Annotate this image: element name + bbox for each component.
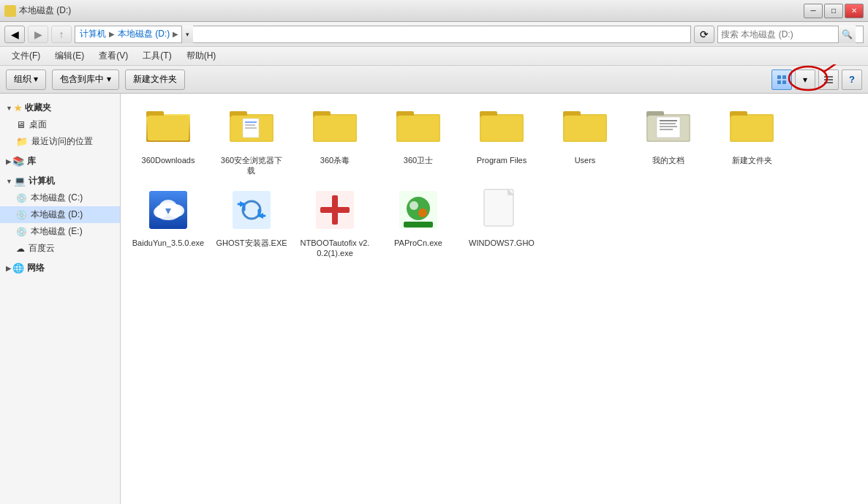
close-button[interactable]: ✕ [845, 4, 864, 18]
up-button[interactable]: ↑ [51, 26, 72, 43]
computer-label: 计算机 [29, 175, 55, 187]
drive-c-label: 本地磁盘 (C:) [31, 192, 83, 204]
sidebar-desktop-label: 桌面 [29, 119, 47, 131]
sidebar-item-recent[interactable]: 📁 最近访问的位置 [0, 133, 120, 150]
file-label-program-files: Program Files [477, 155, 527, 165]
file-item-360av[interactable]: 360杀毒 [295, 101, 375, 181]
menu-view[interactable]: 查看(V) [93, 48, 134, 64]
title-bar-buttons: ─ □ ✕ [804, 4, 864, 18]
star-icon: ★ [14, 103, 22, 113]
file-item-360downloads[interactable]: 360Downloads [128, 101, 208, 181]
svg-rect-3 [11, 12, 14, 15]
favorites-label: 收藏夹 [25, 102, 51, 114]
desktop-icon: 🖥 [16, 119, 26, 130]
file-item-program-files[interactable]: Program Files [461, 101, 542, 181]
exe-icon-ghost [228, 188, 275, 235]
sidebar-recent-label: 最近访问的位置 [31, 135, 93, 148]
exe-icon-baiduyun [145, 188, 192, 235]
sidebar-favorites-header[interactable]: ▼ ★ 收藏夹 [0, 99, 120, 116]
network-icon: 🌐 [12, 263, 24, 274]
toolbar: 组织 ▾ 包含到库中 ▾ 新建文件夹 ▾ ? [0, 66, 868, 94]
search-button[interactable]: 🔍 [838, 26, 856, 43]
folder-icon-mydocs [645, 105, 692, 152]
file-item-papro[interactable]: PAProCn.exe [378, 184, 458, 263]
svg-rect-7 [777, 80, 781, 84]
organize-button[interactable]: 组织 ▾ [6, 69, 46, 90]
svg-rect-41 [660, 126, 677, 127]
computer-icon: 💻 [14, 176, 26, 187]
library-button[interactable]: 包含到库中 ▾ [52, 69, 118, 90]
view-medium-icons-button[interactable] [771, 69, 792, 90]
svg-rect-45 [731, 116, 772, 140]
path-dropdown[interactable]: ▾ [181, 26, 193, 43]
file-item-360ws[interactable]: 360卫士 [378, 101, 458, 181]
file-item-ghost[interactable]: GHOST安装器.EXE [211, 184, 292, 263]
address-path[interactable]: 计算机 ▶ 本地磁盘 (D:) ▶ ▾ [75, 26, 691, 43]
sidebar-drive-c[interactable]: 💿 本地磁盘 (C:) [0, 189, 120, 206]
svg-rect-34 [565, 116, 605, 140]
sidebar-library-header[interactable]: ▶ 📚 库 [0, 153, 120, 170]
svg-rect-28 [398, 116, 439, 140]
file-item-win7gho[interactable]: WINDOWS7.GHO [461, 184, 542, 263]
svg-rect-53 [233, 191, 271, 229]
favorites-collapse-icon: ▼ [6, 105, 12, 112]
refresh-button[interactable]: ⟳ [694, 26, 714, 43]
folder-icon-360browser [228, 105, 275, 152]
sidebar-network-header[interactable]: ▶ 🌐 网络 [0, 260, 120, 277]
sidebar-drive-d[interactable]: 💿 本地磁盘 (D:) [0, 206, 120, 223]
network-label: 网络 [27, 262, 45, 274]
file-icon-win7gho [478, 188, 525, 235]
folder-icon-360ws [395, 105, 442, 152]
view-details-button[interactable] [818, 69, 839, 90]
network-collapse-icon: ▶ [6, 265, 11, 272]
svg-point-60 [407, 197, 430, 220]
sidebar-item-desktop[interactable]: 🖥 桌面 [0, 116, 120, 133]
file-item-baiduyun[interactable]: BaiduYun_3.5.0.exe [128, 184, 208, 263]
sidebar-computer-header[interactable]: ▼ 💻 计算机 [0, 173, 120, 189]
menu-file[interactable]: 文件(F) [6, 48, 46, 64]
svg-point-61 [410, 201, 418, 210]
help-button[interactable]: ? [842, 69, 862, 90]
svg-rect-58 [320, 207, 350, 213]
title-bar: 本地磁盘 (D:) ─ □ ✕ [0, 0, 868, 22]
sidebar-computer-section: ▼ 💻 计算机 💿 本地磁盘 (C:) 💿 本地磁盘 (D:) 💿 本地磁盘 (… [0, 173, 120, 257]
menu-help[interactable]: 帮助(H) [181, 48, 222, 64]
sidebar-network-section: ▶ 🌐 网络 [0, 260, 120, 277]
sidebar-library-section: ▶ 📚 库 [0, 153, 120, 170]
drive-e-icon: 💿 [16, 227, 27, 237]
file-item-new-folder[interactable]: 新建文件夹 [712, 101, 792, 181]
svg-rect-21 [245, 124, 255, 126]
sidebar-drive-e[interactable]: 💿 本地磁盘 (E:) [0, 223, 120, 240]
path-computer[interactable]: 计算机 [80, 28, 106, 40]
back-button[interactable]: ◀ [4, 26, 25, 43]
menu-tools[interactable]: 工具(T) [137, 48, 177, 64]
svg-rect-6 [782, 75, 786, 79]
sidebar-baidu-cloud[interactable]: ☁ 百度云 [0, 240, 120, 257]
minimize-button[interactable]: ─ [804, 4, 823, 18]
menu-edit[interactable]: 编辑(E) [49, 48, 90, 64]
maximize-button[interactable]: □ [824, 4, 843, 18]
file-item-ntboot[interactable]: NTBOOTautofix v2.0.2(1).exe [295, 184, 375, 263]
search-input[interactable] [721, 29, 838, 40]
folder-icon-users [562, 105, 608, 152]
folder-icon-360downloads [145, 105, 192, 152]
svg-rect-63 [404, 222, 433, 227]
library-collapse-icon: ▶ [6, 158, 11, 165]
file-label-new-folder: 新建文件夹 [732, 155, 772, 165]
file-label-ntboot: NTBOOTautofix v2.0.2(1).exe [298, 238, 371, 259]
folder-icon-new-folder [728, 105, 775, 152]
file-label-mydocs: 我的文档 [652, 155, 684, 165]
file-item-users[interactable]: Users [545, 101, 625, 181]
file-label-360ws: 360卫士 [404, 155, 433, 165]
svg-rect-9 [824, 76, 833, 78]
file-item-360browser[interactable]: 360安全浏览器下载 [211, 101, 292, 181]
forward-button[interactable]: ▶ [28, 26, 48, 43]
menu-bar: 文件(F) 编辑(E) 查看(V) 工具(T) 帮助(H) [0, 47, 868, 66]
path-disk[interactable]: 本地磁盘 (D:) [118, 28, 170, 40]
svg-rect-31 [481, 116, 522, 140]
view-dropdown-button[interactable]: ▾ [795, 69, 815, 90]
recent-icon: 📁 [16, 136, 28, 147]
new-folder-button[interactable]: 新建文件夹 [125, 69, 185, 90]
file-item-mydocs[interactable]: 我的文档 [628, 101, 709, 181]
path-sep-1: ▶ [109, 30, 115, 38]
